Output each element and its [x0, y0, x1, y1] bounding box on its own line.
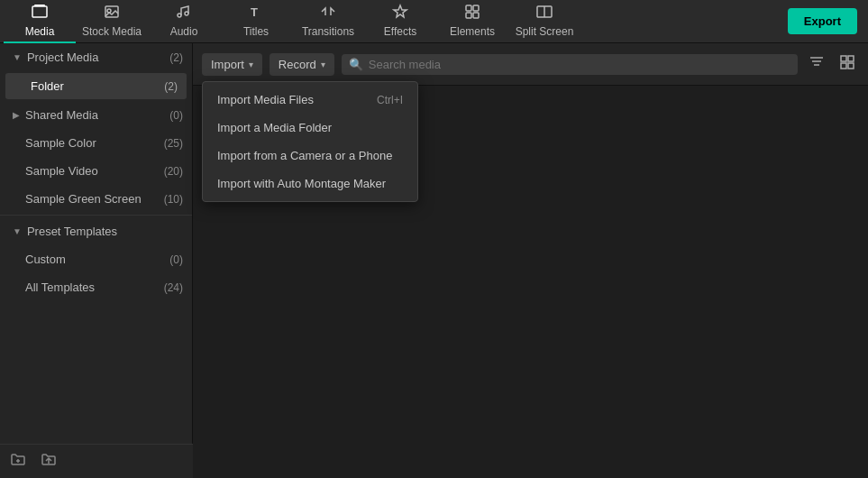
main-area: Project Media (2) Folder (2) Shared Medi… — [0, 43, 868, 478]
nav-audio[interactable]: Audio — [148, 0, 220, 43]
import-dropdown-menu: Import Media Files Ctrl+I Import a Media… — [202, 81, 418, 202]
stock-media-icon — [104, 4, 120, 23]
nav-transitions-label: Transitions — [302, 25, 354, 38]
record-label: Record — [279, 58, 316, 71]
transitions-icon — [320, 4, 336, 23]
svg-rect-20 — [841, 56, 846, 61]
split-screen-icon — [536, 4, 553, 23]
sidebar-preset-templates-label: Preset Templates — [27, 225, 117, 238]
svg-marker-7 — [394, 5, 407, 17]
dropdown-import-files-label: Import Media Files — [217, 93, 314, 106]
dropdown-import-camera-label: Import from a Camera or a Phone — [217, 149, 392, 162]
svg-rect-9 — [473, 5, 479, 11]
sidebar-shared-media-count: (0) — [169, 109, 183, 122]
svg-rect-21 — [848, 56, 854, 61]
nav-media-label: Media — [25, 25, 55, 38]
sidebar-project-media-label: Project Media — [27, 51, 98, 64]
import-label: Import — [211, 58, 244, 71]
svg-rect-8 — [466, 5, 471, 11]
nav-elements[interactable]: Elements — [436, 0, 508, 43]
svg-point-4 — [178, 14, 181, 17]
sidebar-item-folder[interactable]: Folder (2) — [5, 73, 187, 99]
media-icon — [32, 4, 48, 23]
nav-titles-label: Titles — [243, 25, 269, 38]
export-button[interactable]: Export — [788, 8, 857, 34]
top-nav: Media Stock Media Audio T Titles — [0, 0, 868, 43]
import-arrow: ▾ — [249, 60, 253, 69]
nav-media[interactable]: Media — [4, 0, 76, 43]
dropdown-import-folder[interactable]: Import a Media Folder — [203, 114, 417, 142]
sidebar-custom-count: (0) — [169, 253, 183, 266]
record-button[interactable]: Record ▾ — [270, 53, 334, 76]
sidebar-sample-green-screen-count: (10) — [164, 193, 183, 206]
sidebar-item-project-media[interactable]: Project Media (2) — [0, 43, 192, 71]
record-arrow: ▾ — [321, 60, 325, 69]
sidebar-item-shared-media[interactable]: Shared Media (0) — [0, 101, 192, 129]
chevron-preset-templates — [13, 226, 22, 236]
svg-point-5 — [185, 12, 188, 15]
filter-button[interactable] — [805, 51, 828, 78]
sidebar-project-media-count: (2) — [169, 51, 183, 64]
sidebar-custom-label: Custom — [25, 253, 66, 266]
svg-rect-10 — [466, 13, 471, 18]
nav-effects[interactable]: Effects — [364, 0, 436, 43]
chevron-shared-media — [13, 110, 20, 120]
svg-rect-1 — [34, 5, 45, 6]
nav-split-screen-label: Split Screen — [516, 25, 574, 38]
search-icon: 🔍 — [349, 58, 363, 71]
search-input[interactable] — [369, 58, 790, 71]
nav-effects-label: Effects — [384, 25, 416, 38]
effects-icon — [392, 4, 408, 23]
nav-stock-media[interactable]: Stock Media — [76, 0, 148, 43]
content-toolbar: Import ▾ Record ▾ 🔍 — [193, 43, 868, 86]
nav-stock-media-label: Stock Media — [82, 25, 142, 38]
content-area: Import ▾ Record ▾ 🔍 — [193, 43, 868, 478]
sidebar-item-sample-color[interactable]: Sample Color (25) — [0, 129, 192, 157]
dropdown-import-folder-label: Import a Media Folder — [217, 121, 332, 134]
sidebar-item-custom[interactable]: Custom (0) — [0, 245, 192, 273]
sidebar-sample-color-label: Sample Color — [25, 136, 96, 150]
sidebar-sample-video-label: Sample Video — [25, 164, 98, 178]
svg-text:T: T — [251, 5, 258, 19]
dropdown-import-camera[interactable]: Import from a Camera or a Phone — [203, 142, 417, 170]
sidebar-sample-video-count: (20) — [164, 165, 183, 178]
sidebar-folder-count: (2) — [164, 80, 178, 93]
elements-icon — [464, 4, 480, 23]
dropdown-import-files[interactable]: Import Media Files Ctrl+I — [203, 86, 417, 114]
dropdown-import-montage-label: Import with Auto Montage Maker — [217, 177, 386, 190]
audio-icon — [176, 4, 192, 23]
svg-rect-11 — [473, 13, 479, 18]
sidebar: Project Media (2) Folder (2) Shared Medi… — [0, 43, 193, 478]
dropdown-import-montage[interactable]: Import with Auto Montage Maker — [203, 170, 417, 198]
svg-rect-23 — [848, 63, 854, 69]
sidebar-shared-media-label: Shared Media — [25, 108, 98, 122]
sidebar-all-templates-count: (24) — [164, 281, 183, 294]
svg-rect-0 — [32, 6, 47, 17]
search-box: 🔍 — [342, 54, 798, 75]
sidebar-divider-1 — [0, 215, 192, 216]
titles-icon: T — [248, 4, 264, 23]
nav-audio-label: Audio — [170, 25, 198, 38]
dropdown-import-files-shortcut: Ctrl+I — [377, 94, 403, 106]
import-folder-icon[interactable] — [40, 450, 58, 473]
sidebar-sample-green-screen-label: Sample Green Screen — [25, 192, 142, 206]
sidebar-sample-color-count: (25) — [164, 137, 183, 150]
svg-rect-22 — [841, 63, 846, 69]
import-button[interactable]: Import ▾ — [202, 53, 262, 76]
sidebar-item-all-templates[interactable]: All Templates (24) — [0, 273, 192, 301]
sidebar-item-sample-green-screen[interactable]: Sample Green Screen (10) — [0, 185, 192, 213]
nav-elements-label: Elements — [450, 25, 495, 38]
chevron-project-media — [13, 52, 22, 62]
new-folder-icon[interactable] — [9, 450, 27, 473]
nav-titles[interactable]: T Titles — [220, 0, 292, 43]
sidebar-bottom — [0, 444, 193, 478]
sidebar-all-templates-label: All Templates — [25, 280, 95, 294]
sidebar-item-sample-video[interactable]: Sample Video (20) — [0, 157, 192, 185]
nav-transitions[interactable]: Transitions — [292, 0, 364, 43]
sidebar-item-preset-templates[interactable]: Preset Templates — [0, 217, 192, 245]
nav-split-screen[interactable]: Split Screen — [508, 0, 580, 43]
sidebar-folder-label: Folder — [31, 79, 64, 93]
grid-view-button[interactable] — [836, 51, 859, 78]
